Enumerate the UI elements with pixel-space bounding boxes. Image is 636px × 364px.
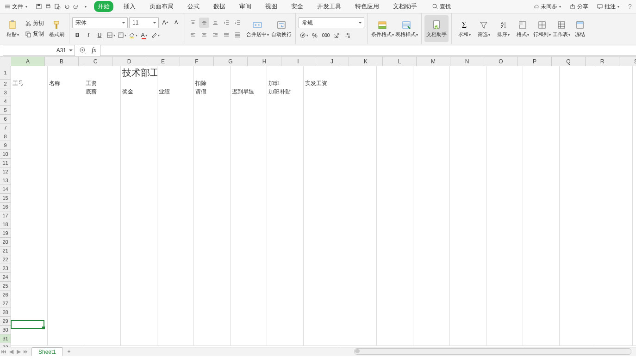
cell[interactable] — [157, 137, 194, 146]
cell[interactable] — [450, 112, 486, 121]
tab-start[interactable]: 开始 — [94, 1, 113, 12]
cell[interactable] — [194, 237, 231, 246]
cell[interactable] — [267, 312, 304, 321]
doc-helper-button[interactable]: 文档助手 — [424, 15, 449, 42]
cell[interactable] — [194, 121, 231, 130]
cell[interactable] — [596, 229, 633, 238]
cell[interactable] — [157, 204, 194, 213]
cell[interactable] — [377, 246, 413, 254]
row-header[interactable]: 17 — [0, 211, 11, 220]
row-header[interactable]: 29 — [0, 317, 11, 326]
cell[interactable] — [486, 104, 523, 113]
cell[interactable] — [157, 104, 194, 113]
cell[interactable] — [377, 137, 413, 146]
comment-button[interactable]: 批注▾ — [595, 2, 621, 12]
cell[interactable] — [11, 204, 48, 213]
cell[interactable] — [450, 254, 486, 263]
cell[interactable] — [377, 179, 413, 188]
cell[interactable] — [413, 129, 450, 138]
cell[interactable] — [157, 112, 194, 121]
cell[interactable] — [194, 287, 231, 296]
cell[interactable] — [340, 66, 377, 80]
cell[interactable] — [11, 187, 48, 196]
cell[interactable] — [377, 279, 413, 288]
cell[interactable] — [121, 146, 157, 154]
row-header[interactable]: 30 — [0, 326, 11, 334]
save-icon[interactable] — [35, 2, 43, 11]
cell[interactable] — [340, 237, 377, 246]
cell[interactable] — [340, 137, 377, 146]
cell[interactable] — [633, 229, 636, 238]
cell[interactable] — [194, 187, 231, 196]
cell[interactable] — [11, 154, 48, 163]
cell[interactable] — [560, 171, 596, 179]
cell[interactable] — [11, 229, 48, 238]
cell[interactable] — [48, 104, 84, 113]
cell[interactable] — [633, 262, 636, 271]
cell[interactable] — [413, 229, 450, 238]
cell[interactable] — [596, 121, 633, 130]
cell[interactable] — [231, 162, 267, 171]
cell[interactable] — [413, 96, 450, 105]
decrease-indent-icon[interactable] — [221, 18, 231, 28]
cell[interactable] — [633, 79, 636, 88]
row-header[interactable]: 27 — [0, 299, 11, 308]
cell[interactable] — [84, 271, 121, 279]
tab-formula[interactable]: 公式 — [184, 1, 203, 12]
cell[interactable] — [633, 137, 636, 146]
cell[interactable] — [48, 262, 84, 271]
tab-doc-helper[interactable]: 文档助手 — [389, 1, 421, 12]
cell[interactable] — [121, 96, 157, 105]
cell[interactable] — [231, 196, 267, 204]
column-header[interactable]: C — [79, 57, 112, 67]
cell[interactable] — [48, 121, 84, 130]
tab-view[interactable]: 视图 — [262, 1, 281, 12]
fill-color-icon[interactable]: ▾ — [128, 30, 138, 40]
cell[interactable] — [48, 312, 84, 321]
cell[interactable] — [486, 271, 523, 279]
cell[interactable] — [486, 121, 523, 130]
cell[interactable] — [596, 171, 633, 179]
cell[interactable] — [377, 129, 413, 138]
cell[interactable] — [377, 112, 413, 121]
align-left-icon[interactable] — [188, 30, 198, 40]
cell[interactable] — [157, 121, 194, 130]
cell[interactable] — [596, 212, 633, 221]
cell[interactable] — [413, 196, 450, 204]
cell[interactable] — [523, 87, 560, 96]
cell[interactable] — [304, 204, 340, 213]
cell[interactable] — [121, 229, 157, 238]
row-header[interactable]: 32 — [0, 343, 11, 347]
cell[interactable] — [413, 279, 450, 288]
paste-button[interactable]: 粘贴▾ — [3, 15, 22, 42]
cell[interactable] — [486, 112, 523, 121]
cell[interactable] — [377, 196, 413, 204]
cell[interactable] — [523, 129, 560, 138]
cell[interactable] — [121, 129, 157, 138]
cell[interactable] — [157, 246, 194, 254]
border-icon[interactable]: ▾ — [106, 30, 116, 40]
cell[interactable] — [304, 221, 340, 229]
cell[interactable] — [48, 112, 84, 121]
cell[interactable] — [450, 179, 486, 188]
align-bottom-icon[interactable] — [210, 18, 220, 28]
cell[interactable] — [84, 171, 121, 179]
cell[interactable] — [340, 87, 377, 96]
cell[interactable] — [267, 96, 304, 105]
cell[interactable] — [231, 171, 267, 179]
cell[interactable] — [523, 279, 560, 288]
row-header[interactable]: 4 — [0, 97, 11, 106]
cell[interactable] — [231, 271, 267, 279]
cell[interactable] — [486, 96, 523, 105]
cell[interactable] — [450, 221, 486, 229]
cell[interactable] — [11, 271, 48, 279]
cell[interactable] — [304, 96, 340, 105]
increase-decimal-icon[interactable]: ←0.00 — [332, 30, 342, 40]
cell[interactable] — [340, 112, 377, 121]
tab-review[interactable]: 审阅 — [236, 1, 255, 12]
cell[interactable] — [194, 312, 231, 321]
cell[interactable] — [84, 321, 121, 329]
cell[interactable] — [11, 221, 48, 229]
app-menu-button[interactable]: 文件 ▾ — [2, 2, 30, 12]
cell[interactable] — [560, 221, 596, 229]
